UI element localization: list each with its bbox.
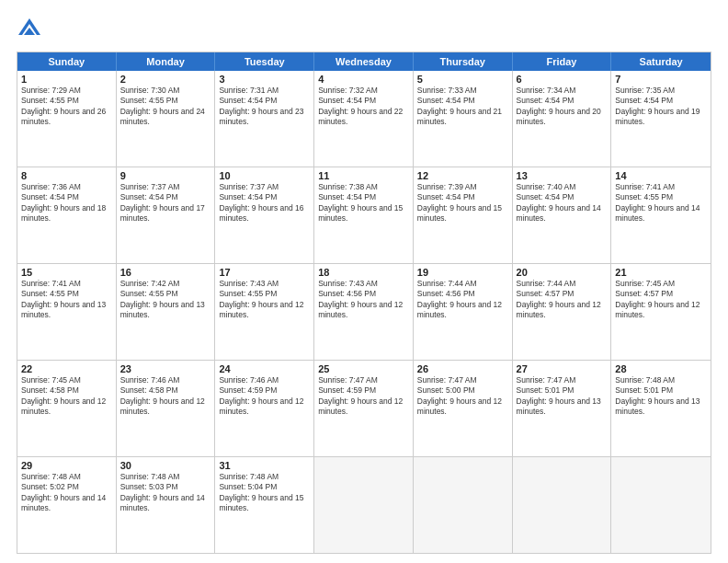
day-cell-9: 9 Sunrise: 7:37 AM Sunset: 4:54 PM Dayli…	[117, 167, 216, 263]
empty-cell	[314, 457, 414, 553]
sunset-line: Sunset: 4:55 PM	[120, 96, 211, 106]
day-number: 24	[219, 363, 310, 374]
sunset-line: Sunset: 4:56 PM	[318, 289, 409, 299]
day-cell-19: 19 Sunrise: 7:44 AM Sunset: 4:56 PM Dayl…	[414, 264, 513, 360]
sunrise-line: Sunrise: 7:34 AM	[517, 86, 608, 96]
day-number: 1	[21, 74, 112, 85]
empty-cell	[611, 457, 711, 553]
daylight-line: Daylight: 9 hours and 12 minutes.	[417, 300, 508, 321]
logo-icon	[17, 17, 42, 42]
sunset-line: Sunset: 4:58 PM	[120, 385, 211, 396]
day-cell-1: 1 Sunrise: 7:29 AM Sunset: 4:55 PM Dayli…	[17, 71, 117, 167]
day-cell-18: 18 Sunrise: 7:43 AM Sunset: 4:56 PM Dayl…	[314, 264, 414, 360]
daylight-line: Daylight: 9 hours and 15 minutes.	[318, 203, 409, 224]
day-number: 3	[219, 74, 310, 85]
sunset-line: Sunset: 4:59 PM	[219, 385, 310, 396]
sunrise-line: Sunrise: 7:48 AM	[21, 472, 112, 482]
day-cell-29: 29 Sunrise: 7:48 AM Sunset: 5:02 PM Dayl…	[17, 457, 117, 553]
day-cell-17: 17 Sunrise: 7:43 AM Sunset: 4:55 PM Dayl…	[215, 264, 314, 360]
sunrise-line: Sunrise: 7:39 AM	[417, 182, 508, 192]
day-number: 19	[417, 267, 508, 278]
header-day-wednesday: Wednesday	[314, 52, 414, 71]
daylight-line: Daylight: 9 hours and 13 minutes.	[615, 396, 707, 418]
sunset-line: Sunset: 4:57 PM	[615, 289, 707, 299]
day-number: 9	[120, 170, 211, 181]
daylight-line: Daylight: 9 hours and 15 minutes.	[417, 203, 508, 224]
day-number: 20	[517, 267, 608, 278]
day-cell-28: 28 Sunrise: 7:48 AM Sunset: 5:01 PM Dayl…	[611, 361, 711, 456]
sunset-line: Sunset: 4:58 PM	[21, 385, 112, 396]
day-cell-27: 27 Sunrise: 7:47 AM Sunset: 5:01 PM Dayl…	[513, 361, 612, 456]
sunrise-line: Sunrise: 7:48 AM	[219, 472, 310, 482]
daylight-line: Daylight: 9 hours and 21 minutes.	[417, 107, 508, 128]
daylight-line: Daylight: 9 hours and 13 minutes.	[120, 300, 211, 321]
day-cell-2: 2 Sunrise: 7:30 AM Sunset: 4:55 PM Dayli…	[117, 71, 216, 167]
day-number: 4	[318, 74, 409, 85]
sunrise-line: Sunrise: 7:43 AM	[219, 279, 310, 289]
calendar-row-2: 8 Sunrise: 7:36 AM Sunset: 4:54 PM Dayli…	[17, 167, 711, 264]
day-number: 13	[517, 170, 608, 181]
day-number: 21	[615, 267, 707, 278]
sunset-line: Sunset: 4:54 PM	[517, 96, 608, 106]
calendar-row-4: 22 Sunrise: 7:45 AM Sunset: 4:58 PM Dayl…	[17, 361, 711, 457]
sunset-line: Sunset: 4:54 PM	[318, 192, 409, 202]
daylight-line: Daylight: 9 hours and 12 minutes.	[219, 300, 310, 321]
sunset-line: Sunset: 4:55 PM	[21, 96, 112, 106]
sunset-line: Sunset: 4:54 PM	[517, 192, 608, 202]
day-number: 2	[120, 74, 211, 85]
day-number: 7	[615, 74, 707, 85]
day-number: 26	[417, 363, 508, 374]
day-cell-13: 13 Sunrise: 7:40 AM Sunset: 4:54 PM Dayl…	[513, 167, 612, 263]
day-number: 28	[615, 363, 707, 374]
day-number: 22	[21, 363, 112, 374]
sunset-line: Sunset: 4:54 PM	[417, 96, 508, 106]
sunset-line: Sunset: 4:54 PM	[318, 96, 409, 106]
day-number: 25	[318, 363, 409, 374]
day-cell-23: 23 Sunrise: 7:46 AM Sunset: 4:58 PM Dayl…	[117, 361, 216, 456]
daylight-line: Daylight: 9 hours and 13 minutes.	[517, 396, 608, 418]
daylight-line: Daylight: 9 hours and 26 minutes.	[21, 107, 112, 128]
daylight-line: Daylight: 9 hours and 17 minutes.	[120, 203, 211, 224]
daylight-line: Daylight: 9 hours and 15 minutes.	[219, 493, 310, 514]
calendar-body: 1 Sunrise: 7:29 AM Sunset: 4:55 PM Dayli…	[17, 71, 711, 553]
day-number: 12	[417, 170, 508, 181]
day-cell-30: 30 Sunrise: 7:48 AM Sunset: 5:03 PM Dayl…	[117, 457, 216, 553]
sunset-line: Sunset: 5:04 PM	[219, 482, 310, 492]
sunrise-line: Sunrise: 7:47 AM	[318, 375, 409, 385]
day-number: 8	[21, 170, 112, 181]
daylight-line: Daylight: 9 hours and 20 minutes.	[517, 107, 608, 128]
header-day-tuesday: Tuesday	[215, 52, 314, 71]
day-cell-14: 14 Sunrise: 7:41 AM Sunset: 4:55 PM Dayl…	[611, 167, 711, 263]
sunrise-line: Sunrise: 7:38 AM	[318, 182, 409, 192]
day-number: 5	[417, 74, 508, 85]
sunset-line: Sunset: 5:03 PM	[120, 482, 211, 492]
empty-cell	[513, 457, 612, 553]
sunrise-line: Sunrise: 7:42 AM	[120, 279, 211, 289]
daylight-line: Daylight: 9 hours and 12 minutes.	[219, 396, 310, 418]
sunset-line: Sunset: 4:56 PM	[417, 289, 508, 299]
day-cell-5: 5 Sunrise: 7:33 AM Sunset: 4:54 PM Dayli…	[414, 71, 513, 167]
calendar-row-3: 15 Sunrise: 7:41 AM Sunset: 4:55 PM Dayl…	[17, 264, 711, 361]
day-cell-25: 25 Sunrise: 7:47 AM Sunset: 4:59 PM Dayl…	[314, 361, 414, 456]
day-number: 17	[219, 267, 310, 278]
header-day-monday: Monday	[117, 52, 216, 71]
sunset-line: Sunset: 5:01 PM	[517, 385, 608, 396]
day-cell-26: 26 Sunrise: 7:47 AM Sunset: 5:00 PM Dayl…	[414, 361, 513, 456]
day-number: 30	[120, 460, 211, 471]
daylight-line: Daylight: 9 hours and 18 minutes.	[21, 203, 112, 224]
day-cell-8: 8 Sunrise: 7:36 AM Sunset: 4:54 PM Dayli…	[17, 167, 117, 263]
sunset-line: Sunset: 4:54 PM	[615, 96, 707, 106]
header-day-thursday: Thursday	[414, 52, 513, 71]
day-cell-15: 15 Sunrise: 7:41 AM Sunset: 4:55 PM Dayl…	[17, 264, 117, 360]
day-number: 14	[615, 170, 707, 181]
day-cell-10: 10 Sunrise: 7:37 AM Sunset: 4:54 PM Dayl…	[215, 167, 314, 263]
sunrise-line: Sunrise: 7:47 AM	[517, 375, 608, 385]
sunset-line: Sunset: 4:55 PM	[120, 289, 211, 299]
daylight-line: Daylight: 9 hours and 12 minutes.	[318, 300, 409, 321]
sunrise-line: Sunrise: 7:44 AM	[517, 279, 608, 289]
day-number: 29	[21, 460, 112, 471]
day-cell-11: 11 Sunrise: 7:38 AM Sunset: 4:54 PM Dayl…	[314, 167, 414, 263]
calendar-row-5: 29 Sunrise: 7:48 AM Sunset: 5:02 PM Dayl…	[17, 457, 711, 553]
sunrise-line: Sunrise: 7:32 AM	[318, 86, 409, 96]
daylight-line: Daylight: 9 hours and 12 minutes.	[21, 396, 112, 418]
